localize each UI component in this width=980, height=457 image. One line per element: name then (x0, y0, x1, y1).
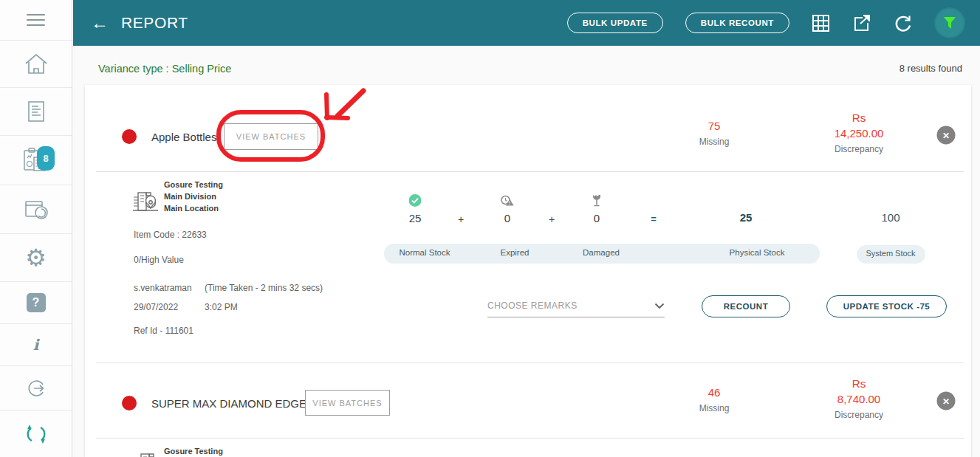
product-name: Apple Bottles (151, 131, 216, 143)
filter-button[interactable] (934, 7, 965, 38)
normal-stock-label: Normal Stock (399, 248, 450, 257)
variance-type-label: Variance type : Selling Price (98, 63, 231, 75)
count-time: 3:02 PM (205, 302, 238, 312)
discrepancy-label: Discrepancy (835, 410, 883, 420)
document-icon (25, 99, 47, 124)
org-name: Gosure Testing (164, 445, 223, 457)
filter-funnel-icon (942, 15, 958, 31)
broken-glass-icon (592, 194, 602, 207)
missing-value: 75 (708, 118, 721, 134)
refresh-icon[interactable] (894, 14, 912, 32)
ref-id: Ref Id - 111601 (134, 326, 193, 336)
sidebar-item-settings[interactable]: ⚙ (0, 234, 72, 282)
view-batches-button[interactable]: VIEW BATCHES (224, 123, 318, 150)
system-stock-value: 100 (881, 211, 900, 224)
expired-col: 0 (501, 194, 515, 224)
sidebar-item-home[interactable] (0, 41, 72, 88)
info-icon: i (33, 336, 39, 354)
missing-label: Missing (699, 403, 730, 413)
dismiss-item-button[interactable]: ✕ (937, 392, 956, 410)
expired-label: Expired (501, 248, 530, 257)
variance-status-dot (122, 396, 137, 410)
row-divider (96, 171, 964, 172)
view-batches-button[interactable]: VIEW BATCHES (305, 390, 390, 416)
sidebar-item-stock-count[interactable]: 8 (0, 136, 72, 185)
recount-button[interactable]: RECOUNT (702, 295, 790, 317)
currency-label: Rs (852, 376, 866, 391)
expired-value: 0 (504, 212, 510, 224)
dismiss-item-button[interactable]: ✕ (937, 126, 956, 145)
missing-stat: 46 Missing (699, 385, 730, 413)
missing-label: Missing (699, 137, 730, 147)
close-icon: ✕ (942, 130, 950, 140)
time-taken: (Time Taken - 2 mins 32 secs) (205, 283, 323, 293)
discrepancy-stat: Rs 8,740.00 Discrepancy (835, 376, 883, 420)
home-icon (23, 52, 49, 76)
remarks-placeholder: CHOOSE REMARKS (487, 300, 578, 311)
damaged-value: 0 (594, 212, 600, 224)
sidebar-item-info[interactable]: i (0, 324, 72, 366)
gear-icon: ⚙ (25, 246, 47, 269)
missing-stat: 75 Missing (699, 118, 730, 147)
store-location-icon (131, 188, 160, 216)
check-circle-icon (409, 194, 422, 207)
sidebar-item-sync[interactable] (0, 410, 72, 457)
normal-stock-col: 25 (409, 194, 422, 224)
normal-stock-value: 25 (409, 212, 422, 224)
discrepancy-value: 8,740.00 (837, 391, 880, 407)
counted-by: s.venkatraman (134, 283, 192, 293)
physical-stock-label: Physical Stock (730, 248, 785, 257)
discrepancy-stat: Rs 14,250.00 Discrepancy (835, 110, 884, 154)
bulk-recount-button[interactable]: BULK RECOUNT (685, 13, 789, 33)
damaged-col: 0 (592, 194, 602, 224)
org-block: Gosure Testing (164, 445, 223, 457)
back-arrow-icon[interactable]: ← (91, 14, 109, 32)
variance-status-dot (122, 129, 137, 144)
remarks-select[interactable]: CHOOSE REMARKS (487, 300, 665, 317)
equals-operator: = (651, 213, 657, 224)
sidebar: 8 ⚙ ? i (0, 0, 72, 457)
system-stock-label: System Stock (866, 249, 915, 258)
export-share-icon[interactable] (852, 13, 871, 32)
row-divider (96, 438, 964, 439)
close-icon: ✕ (942, 396, 950, 406)
product-name: SUPER MAX DIAMOND EDGE (151, 397, 306, 410)
app-header: ← REPORT BULK UPDATE BULK RECOUNT (73, 0, 980, 46)
item-code: Item Code : 22633 (134, 230, 207, 240)
help-icon: ? (27, 293, 46, 312)
menu-button[interactable] (0, 0, 72, 41)
value-class: 0/High Value (134, 255, 184, 265)
count-date: 29/07/2022 (134, 302, 178, 312)
row-divider (96, 362, 964, 363)
results-count-label: 8 results found (900, 63, 962, 74)
box-history-icon (22, 197, 50, 222)
update-stock-button[interactable]: UPDATE STOCK -75 (826, 295, 947, 317)
damaged-label: Damaged (583, 248, 620, 257)
missing-value: 46 (708, 385, 721, 400)
org-name: Gosure Testing (164, 179, 223, 190)
sidebar-item-stock[interactable] (0, 185, 72, 234)
discrepancy-value: 14,250.00 (835, 126, 884, 141)
hamburger-icon (27, 10, 45, 30)
bulk-update-button[interactable]: BULK UPDATE (567, 13, 663, 33)
plus-operator: + (458, 213, 464, 225)
org-block: Gosure Testing Main Division Main Locati… (164, 179, 223, 214)
org-location: Main Location (164, 202, 223, 214)
org-division: Main Division (164, 190, 223, 202)
pending-count-badge: 8 (37, 146, 55, 171)
update-stock-value: -75 (916, 302, 930, 311)
page-title: REPORT (121, 14, 188, 32)
logout-icon (24, 377, 48, 400)
grid-view-icon[interactable] (812, 14, 830, 32)
store-location-icon (134, 450, 163, 457)
currency-label: Rs (852, 110, 866, 126)
update-stock-label: UPDATE STOCK (843, 302, 914, 311)
sidebar-item-help[interactable]: ? (0, 282, 72, 324)
results-card: Apple Bottles VIEW BATCHES 75 Missing Rs… (85, 85, 971, 457)
sync-icon (25, 422, 47, 447)
sidebar-item-reports[interactable] (0, 88, 72, 136)
discrepancy-label: Discrepancy (835, 144, 883, 154)
physical-stock-value: 25 (740, 211, 753, 224)
expired-clock-icon (501, 194, 515, 207)
sidebar-item-logout[interactable] (0, 366, 72, 410)
